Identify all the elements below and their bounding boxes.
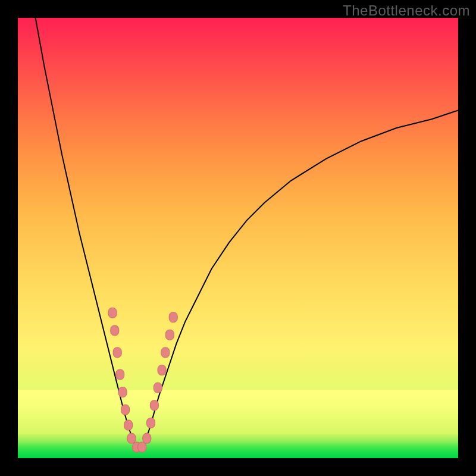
data-point [169,312,177,322]
data-point [154,383,162,393]
data-point [111,325,119,336]
data-point [116,369,124,380]
bottleneck-curve [36,18,458,449]
plot-area [18,18,458,458]
data-point [118,387,127,397]
data-point [113,347,121,358]
data-point [138,442,146,452]
data-point [124,420,133,430]
data-point [158,365,166,375]
data-point [127,433,136,443]
data-point [161,347,170,358]
watermark-text: TheBottleneck.com [343,2,470,19]
outer-frame: TheBottleneck.com [0,0,476,476]
data-point [165,330,174,340]
data-point [121,405,130,415]
marker-layer [108,308,177,452]
curve-layer [36,18,458,449]
data-point [147,418,155,428]
data-point [150,400,158,411]
data-point [108,308,117,318]
data-point [143,433,151,443]
chart-svg [18,18,458,458]
